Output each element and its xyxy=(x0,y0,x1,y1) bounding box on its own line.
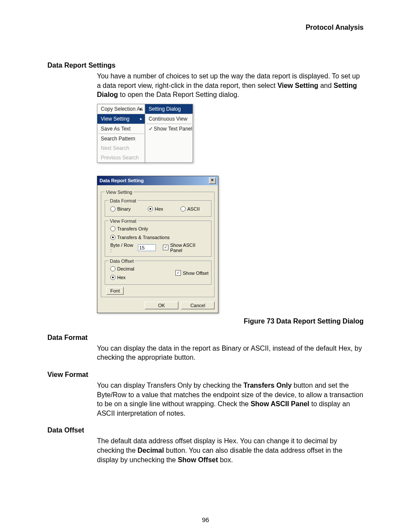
fieldset-data-format: Data Format Binary Hex ASCII xyxy=(105,198,212,217)
bold-show-offset: Show Offset xyxy=(178,456,218,464)
radio-hex-offset[interactable]: Hex xyxy=(110,275,126,280)
label: Hex xyxy=(117,275,126,280)
label: Search Pattern xyxy=(101,136,135,142)
paragraph-intro: You have a number of choices to set up t… xyxy=(97,72,364,100)
paragraph-data-format: You can display the data in the report a… xyxy=(97,344,364,362)
label: View Setting xyxy=(101,116,130,122)
fieldset-view-format: View Format Transfers Only Transfers & T… xyxy=(105,218,212,257)
label: Transfers & Transactions xyxy=(117,235,170,240)
legend: Data Format xyxy=(109,198,137,203)
menu-item-continuous-view[interactable]: Continuous View xyxy=(145,114,193,124)
label: Transfers Only xyxy=(117,226,148,231)
legend: View Format xyxy=(109,218,138,224)
heading-data-offset: Data Offset xyxy=(47,426,364,434)
font-button[interactable]: Font xyxy=(106,287,124,295)
ok-button[interactable]: OK xyxy=(145,302,178,309)
radio-transfers-only[interactable]: Transfers Only xyxy=(110,226,148,231)
heading-data-format: Data Format xyxy=(47,334,364,342)
label: Binary xyxy=(117,206,131,212)
paragraph-data-offset: The default data address offset display … xyxy=(97,436,364,464)
dialog-titlebar: Data Report Setting ✕ xyxy=(97,176,218,185)
label-byte-row: Byte / Row : xyxy=(110,243,134,253)
fieldset-view-setting: View Setting Data Format Binary Hex ASCI… xyxy=(101,190,215,297)
text: and xyxy=(318,82,334,89)
label: Show Offset xyxy=(183,271,209,276)
radio-decimal[interactable]: Decimal xyxy=(110,266,134,271)
bold-transfers-only: Transfers Only xyxy=(243,382,292,389)
text: You can display Transfers Only by checki… xyxy=(97,382,243,389)
text: box. xyxy=(218,456,233,464)
radio-hex[interactable]: Hex xyxy=(148,206,163,212)
label: Hex xyxy=(155,206,163,212)
figure-caption: Figure 73 Data Report Setting Dialog xyxy=(47,317,364,325)
radio-ascii[interactable]: ASCII xyxy=(181,206,200,212)
label: Show ASCII Panel xyxy=(170,243,207,253)
context-menu-left: Copy Selection As ▸ View Setting ▸ Save … xyxy=(97,104,145,163)
label: ASCII xyxy=(187,206,200,212)
menu-item-next-search: Next Search xyxy=(97,143,145,153)
submenu-arrow-icon: ▸ xyxy=(140,106,142,111)
label: Copy Selection As xyxy=(101,106,143,112)
fieldset-data-offset: Data Offset Decimal Hex ✓Show Offset xyxy=(105,258,212,285)
label: Continuous View xyxy=(149,116,187,122)
text: to open the Data Report Setting dialog. xyxy=(118,91,239,98)
menu-item-view-setting[interactable]: View Setting ▸ xyxy=(97,114,145,124)
radio-binary[interactable]: Binary xyxy=(110,206,131,212)
legend: View Setting xyxy=(105,190,134,195)
radio-transfers-transactions[interactable]: Transfers & Transactions xyxy=(110,235,170,240)
menu-item-save-as-text[interactable]: Save As Text xyxy=(97,124,145,134)
bold-decimal: Decimal xyxy=(137,447,164,454)
data-report-setting-dialog: Data Report Setting ✕ View Setting Data … xyxy=(97,176,218,313)
menu-item-setting-dialog[interactable]: Setting Dialog xyxy=(145,104,193,114)
close-button[interactable]: ✕ xyxy=(209,177,216,184)
menu-item-previous-search: Previous Search xyxy=(97,153,145,162)
bold-show-ascii-panel: Show ASCII Panel xyxy=(251,400,309,408)
label: Previous Search xyxy=(101,155,139,161)
legend: Data Offset xyxy=(109,258,135,264)
heading-view-format: View Format xyxy=(47,371,364,379)
dialog-title: Data Report Setting xyxy=(100,178,144,183)
checkbox-show-offset[interactable]: ✓Show Offset xyxy=(175,270,209,276)
context-menu-right: Setting Dialog Continuous View ✓Show Tex… xyxy=(145,104,193,163)
label: Save As Text xyxy=(101,126,131,132)
bold-view-setting: View Setting xyxy=(277,82,318,89)
label: Show Text Panel xyxy=(154,126,192,132)
cancel-button[interactable]: Cancel xyxy=(181,302,215,309)
heading-data-report-settings: Data Report Settings xyxy=(47,62,364,69)
submenu-arrow-icon: ▸ xyxy=(140,116,142,121)
page-header: Protocol Analysis xyxy=(47,24,364,31)
label: Decimal xyxy=(117,266,134,271)
check-icon: ✓ xyxy=(149,126,153,132)
input-byte-row[interactable]: 15 xyxy=(138,244,156,251)
page-number: 96 xyxy=(47,516,364,523)
paragraph-view-format: You can display Transfers Only by checki… xyxy=(97,381,364,418)
menu-item-search-pattern[interactable]: Search Pattern xyxy=(97,134,145,143)
menu-item-copy-selection-as[interactable]: Copy Selection As ▸ xyxy=(97,104,145,114)
checkbox-show-ascii-panel[interactable]: ✓Show ASCII Panel xyxy=(163,243,207,253)
label: Setting Dialog xyxy=(149,106,181,112)
menu-item-show-text-panel[interactable]: ✓Show Text Panel xyxy=(145,124,193,134)
context-menu-screenshot: Copy Selection As ▸ View Setting ▸ Save … xyxy=(97,104,364,163)
label: Next Search xyxy=(101,145,129,151)
